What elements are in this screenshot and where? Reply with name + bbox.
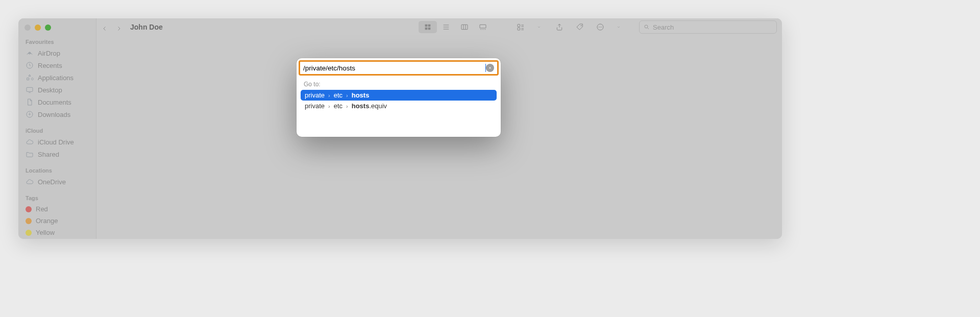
sidebar-item-label: Downloads — [38, 111, 70, 118]
sidebar-item-label: AirDrop — [38, 50, 60, 57]
sidebar-item-downloads[interactable]: Downloads — [26, 108, 91, 120]
chevron-right-icon: › — [328, 103, 330, 109]
tags-button[interactable] — [573, 21, 587, 33]
sidebar-tag-yellow[interactable]: Yellow — [26, 227, 91, 238]
svg-point-15 — [600, 27, 600, 27]
chevron-right-icon: › — [328, 92, 330, 99]
cloud-icon — [26, 178, 34, 186]
sidebar-tag-red[interactable]: Red — [26, 203, 91, 215]
goto-result-segment: etc — [334, 102, 342, 110]
sidebar-item-recents[interactable]: Recents — [26, 59, 91, 71]
sidebar-item-desktop[interactable]: Desktop — [26, 84, 91, 96]
more-actions-button[interactable] — [593, 21, 607, 33]
sidebar-item-label: Documents — [38, 99, 71, 106]
sidebar-section-favourites: Favourites — [26, 39, 91, 45]
view-list-button[interactable] — [437, 21, 455, 33]
goto-results: private › etc › hosts private › etc › ho… — [297, 90, 501, 111]
svg-point-16 — [601, 27, 602, 27]
svg-rect-5 — [428, 25, 431, 27]
tag-dot-orange-icon — [26, 218, 32, 224]
view-gallery-button[interactable] — [474, 21, 492, 33]
sidebar-item-documents[interactable]: Documents — [26, 96, 91, 108]
goto-result-0[interactable]: private › etc › hosts — [301, 90, 497, 101]
clock-icon — [26, 61, 34, 69]
folder-icon — [26, 150, 34, 158]
goto-result-1[interactable]: private › etc › hosts.equiv — [301, 101, 497, 111]
group-by-button[interactable] — [513, 21, 528, 33]
svg-rect-4 — [425, 25, 428, 27]
goto-dialog: /private/etc/hosts Go to: private › etc … — [297, 58, 501, 137]
goto-result-segment: private — [305, 91, 325, 99]
svg-point-17 — [645, 25, 648, 28]
sidebar-item-label: Recents — [38, 62, 62, 69]
sidebar: Favourites AirDrop Recents Applications … — [18, 18, 96, 239]
share-button[interactable] — [552, 21, 567, 33]
airdrop-icon — [26, 49, 34, 57]
document-icon — [26, 98, 34, 106]
search-input[interactable]: Search — [639, 20, 777, 34]
view-mode-group — [419, 21, 492, 33]
sidebar-section-icloud: iCloud — [26, 128, 91, 134]
window-title: John Doe — [130, 23, 163, 31]
sidebar-item-label: Red — [36, 205, 48, 213]
download-icon — [26, 110, 34, 118]
goto-result-match: hosts.equiv — [352, 102, 387, 110]
chevron-right-icon: › — [346, 92, 348, 99]
sidebar-item-label: Shared — [38, 151, 59, 158]
svg-rect-11 — [518, 28, 520, 30]
view-icons-button[interactable] — [419, 21, 437, 33]
svg-rect-6 — [425, 28, 428, 30]
window-close-button[interactable] — [24, 25, 31, 31]
toolbar: John Doe — [96, 18, 782, 36]
nav-back-button[interactable] — [102, 25, 107, 30]
goto-result-segment: private — [305, 102, 325, 110]
cloud-icon — [26, 138, 34, 146]
goto-result-segment: etc — [334, 91, 342, 99]
sidebar-item-label: Yellow — [36, 229, 55, 236]
apps-icon — [26, 74, 34, 82]
sidebar-item-label: Applications — [38, 74, 74, 82]
view-columns-button[interactable] — [455, 21, 474, 33]
sidebar-item-shared[interactable]: Shared — [26, 148, 91, 160]
svg-point-14 — [599, 27, 599, 27]
svg-rect-7 — [428, 28, 431, 30]
svg-rect-9 — [480, 25, 486, 28]
chevron-down-icon[interactable] — [532, 21, 546, 33]
goto-input-wrap[interactable]: /private/etc/hosts — [299, 60, 499, 76]
window-maximize-button[interactable] — [45, 25, 51, 31]
desktop-icon — [26, 86, 34, 94]
sidebar-item-icloud-drive[interactable]: iCloud Drive — [26, 136, 91, 148]
chevron-right-icon: › — [346, 103, 348, 109]
goto-result-match: hosts — [352, 91, 370, 99]
sidebar-section-locations: Locations — [26, 167, 91, 174]
search-placeholder: Search — [653, 23, 674, 31]
sidebar-item-label: Desktop — [38, 86, 62, 94]
window-traffic-lights — [24, 25, 91, 31]
tag-dot-red-icon — [26, 206, 32, 212]
svg-rect-2 — [27, 87, 33, 91]
sidebar-item-label: OneDrive — [38, 178, 66, 186]
goto-clear-button[interactable] — [486, 64, 494, 72]
chevron-down-icon[interactable] — [611, 21, 626, 33]
sidebar-item-label: Orange — [36, 217, 58, 225]
sidebar-item-airdrop[interactable]: AirDrop — [26, 47, 91, 59]
sidebar-item-label: iCloud Drive — [38, 138, 74, 146]
svg-rect-10 — [518, 25, 520, 27]
close-icon — [488, 66, 492, 70]
window-minimize-button[interactable] — [35, 25, 41, 31]
nav-forward-button[interactable] — [116, 25, 121, 30]
goto-label: Go to: — [297, 76, 501, 90]
sidebar-tag-orange[interactable]: Orange — [26, 215, 91, 227]
svg-rect-8 — [461, 25, 468, 29]
tag-dot-yellow-icon — [26, 230, 32, 236]
goto-input[interactable]: /private/etc/hosts — [303, 64, 486, 72]
sidebar-item-onedrive[interactable]: OneDrive — [26, 176, 91, 188]
svg-point-12 — [581, 25, 582, 26]
sidebar-section-tags: Tags — [26, 195, 91, 201]
sidebar-item-applications[interactable]: Applications — [26, 71, 91, 84]
search-icon — [644, 24, 650, 30]
